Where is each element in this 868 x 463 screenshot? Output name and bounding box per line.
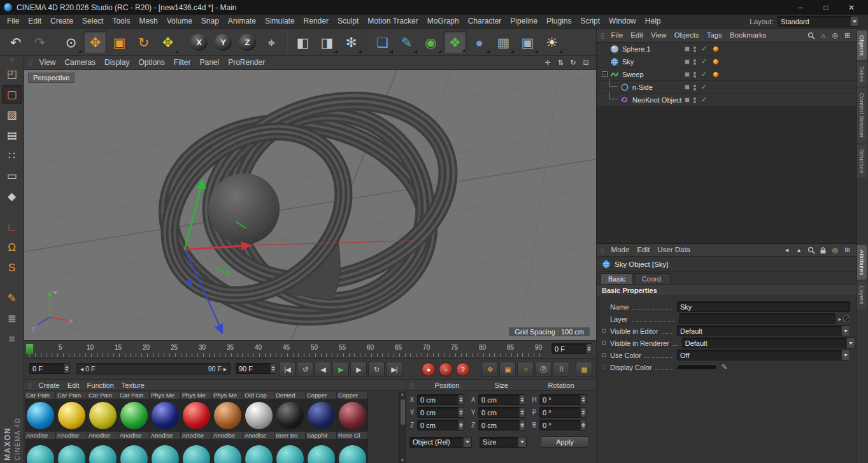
layer-stack-icon[interactable]: ≣ [2,310,22,328]
visibility-dots-icon[interactable] [694,71,696,78]
side-tab-content-browser[interactable]: Content Browser [857,89,867,143]
side-tab-layers[interactable]: Layers [857,281,867,309]
layout-dropdown[interactable]: Standard [778,16,859,27]
spinner-icon[interactable] [519,420,525,430]
viewport-menu-cameras[interactable]: Cameras [60,56,100,69]
edit-color-icon[interactable]: ✎ [722,363,727,371]
spinner-icon[interactable] [458,408,464,417]
size-z-field[interactable]: 0 cm [478,420,525,431]
material-item[interactable]: Car PainAnodise [87,392,118,439]
lock-icon[interactable] [818,245,829,255]
material-item-partial[interactable] [212,439,243,463]
object-menu-bookmarks[interactable]: Bookmarks [726,29,771,42]
position-z-field[interactable]: 0 cm [417,420,464,431]
toggle-view-icon[interactable]: ⊡ [581,58,591,68]
range-left-handle-icon[interactable]: ◂ [80,365,83,373]
spinner-icon[interactable] [580,408,586,417]
model-mode-icon[interactable]: ▢ [2,85,22,104]
attribute-menu-mode[interactable]: Mode [608,243,634,257]
viewport-menu-view[interactable]: View [35,56,60,69]
material-tag-icon[interactable] [713,46,719,52]
material-menu-create[interactable]: Create [35,380,64,390]
material-item[interactable]: Old CopAnodise [243,392,274,439]
previous-frame-button[interactable]: ◀ [315,362,331,377]
material-menu-edit[interactable]: Edit [64,380,83,390]
material-menu-function[interactable]: Function [83,380,118,390]
layer-chip-icon[interactable] [685,97,690,103]
material-menu-texture[interactable]: Texture [118,380,148,390]
side-tab-objects[interactable]: Objects [857,31,867,60]
menu-tools[interactable]: Tools [108,15,134,28]
spinner-icon[interactable] [458,420,464,430]
material-item-partial[interactable] [25,439,56,463]
spinner-icon[interactable] [64,364,69,373]
next-frame-button[interactable]: ▶ [350,362,367,377]
animation-dot-icon[interactable] [602,353,606,357]
object-row-n-side[interactable]: n-Side ✓ [597,81,857,94]
layer-list-icon[interactable]: ≡ [2,330,22,348]
redo-icon[interactable]: ↷ [28,31,52,54]
material-thumbnail[interactable] [274,399,305,432]
material-thumbnail[interactable] [306,399,336,432]
autokeying-button[interactable]: ○ [439,362,453,376]
size-x-field[interactable]: 0 cm [478,394,525,405]
object-row-sky[interactable]: Sky ✓ [597,55,857,68]
menu-snap[interactable]: Snap [197,15,224,28]
scrollbar-thumb[interactable] [401,399,405,425]
rotation-h-field[interactable]: 0 ° [539,394,587,405]
layer-chip-icon[interactable] [685,59,690,64]
last-used-tool-icon[interactable]: ✥ [156,31,180,54]
render-view-icon[interactable]: ◧ [291,31,315,54]
render-picture-viewer-icon[interactable]: ◨ [315,31,339,54]
layer-chip-icon[interactable] [685,46,690,52]
key-position-toggle[interactable]: ✥ [481,362,498,377]
search-icon[interactable] [806,31,816,41]
add-deformer-icon[interactable]: ● [467,31,491,54]
animation-dot-icon[interactable] [602,365,606,369]
material-item[interactable]: Phys MeAnodise [150,392,181,439]
spinner-icon[interactable] [519,408,525,417]
menu-pipeline[interactable]: Pipeline [506,15,542,28]
undo-icon[interactable]: ↶ [4,31,27,54]
display-color-swatch[interactable] [677,364,716,370]
scale-tool-icon[interactable]: ▣ [108,31,131,54]
add-subdivision-surface-icon[interactable]: ◉ [419,31,443,54]
move-tool-icon[interactable]: ✥ [83,31,107,54]
add-environment-icon[interactable]: ▦ [492,31,515,54]
enabled-check-icon[interactable]: ✓ [701,96,707,104]
enabled-check-icon[interactable]: ✓ [701,70,707,78]
menu-create[interactable]: Create [46,15,78,28]
tweak-mode-icon[interactable]: Ω [2,238,22,257]
goto-end-button[interactable]: ▶| [386,362,402,377]
menu-mograph[interactable]: MoGraph [423,15,464,28]
spinner-icon[interactable] [270,364,276,373]
visibility-dots-icon[interactable] [694,84,696,91]
paint-setup-icon[interactable]: ✎ [2,289,22,308]
rotation-b-field[interactable]: 0 ° [539,420,587,431]
lock-z-axis-icon[interactable]: Z [236,31,259,54]
material-thumbnail[interactable] [25,399,55,432]
visible-in-editor-dropdown[interactable]: Default [677,325,850,336]
material-item-partial[interactable] [118,439,150,463]
size-y-field[interactable]: 0 cm [478,407,525,418]
coordinate-mode-dropdown[interactable]: Object (Rel) [409,437,472,448]
menu-mesh[interactable]: Mesh [134,15,162,28]
range-right-handle-icon[interactable]: ▸ [224,365,227,373]
object-menu-view[interactable]: View [647,29,671,42]
current-frame-marker[interactable] [25,343,34,355]
enabled-check-icon[interactable]: ✓ [701,83,707,91]
menu-motion-tracker[interactable]: Motion Tracker [363,15,422,28]
layer-field[interactable] [679,313,836,324]
material-item-partial[interactable] [337,439,368,463]
menu-help[interactable]: Help [641,15,665,28]
search-icon[interactable] [806,245,816,255]
use-color-dropdown[interactable]: Off [677,350,850,360]
viewport-menu-prorender[interactable]: ProRender [224,56,269,69]
enabled-check-icon[interactable]: ✓ [701,57,707,66]
viewport-menu-filter[interactable]: Filter [169,56,196,69]
material-item[interactable]: Phys MeAnodise [212,392,243,439]
name-field[interactable]: Sky [677,301,850,312]
history-back-icon[interactable]: ◂ [781,245,792,255]
menu-window[interactable]: Window [604,15,641,28]
texture-mode-icon[interactable]: ▨ [2,106,22,124]
